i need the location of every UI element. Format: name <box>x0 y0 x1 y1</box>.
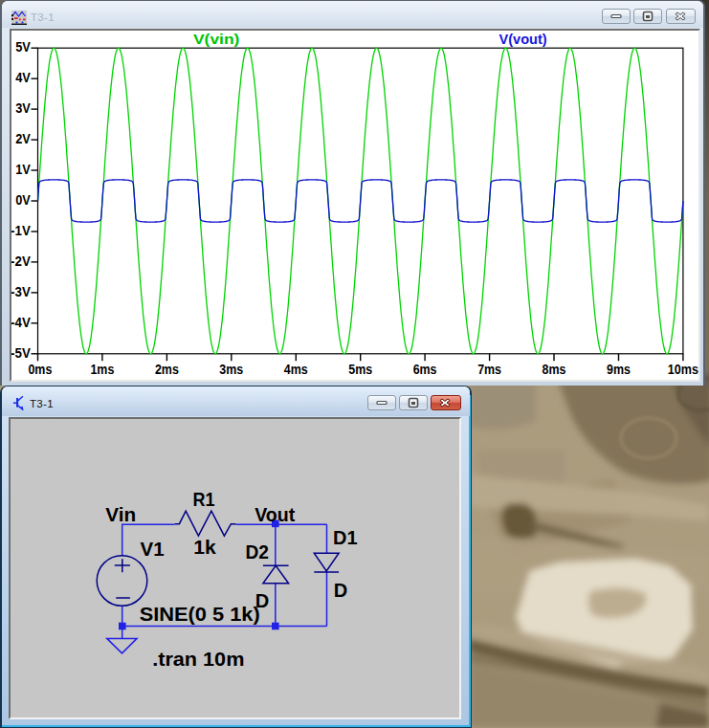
svg-text:.tran 10m: .tran 10m <box>152 649 244 670</box>
svg-text:5ms: 5ms <box>348 361 372 377</box>
svg-text:D: D <box>334 580 348 601</box>
svg-text:6ms: 6ms <box>413 361 437 377</box>
svg-text:-2V: -2V <box>11 253 31 269</box>
svg-text:2ms: 2ms <box>155 361 179 377</box>
svg-text:SINE(0 5 1k): SINE(0 5 1k) <box>140 604 260 625</box>
svg-text:R1: R1 <box>193 489 215 510</box>
svg-text:10ms: 10ms <box>668 361 698 377</box>
svg-text:D2: D2 <box>246 541 270 563</box>
svg-text:0ms: 0ms <box>28 361 52 377</box>
svg-text:-5V: -5V <box>11 344 31 361</box>
svg-text:1V: 1V <box>15 161 31 177</box>
svg-text:0V: 0V <box>15 191 31 208</box>
svg-text:D1: D1 <box>333 527 358 548</box>
svg-text:5V: 5V <box>15 38 31 55</box>
svg-text:1k: 1k <box>193 537 216 558</box>
svg-text:V1: V1 <box>141 539 165 560</box>
svg-text:V(vin): V(vin) <box>193 31 240 47</box>
svg-text:3V: 3V <box>15 99 31 116</box>
svg-text:2V: 2V <box>15 130 31 146</box>
svg-text:7ms: 7ms <box>477 361 501 377</box>
svg-text:8ms: 8ms <box>543 361 566 377</box>
svg-text:Vin: Vin <box>105 504 136 525</box>
svg-text:1ms: 1ms <box>90 361 114 377</box>
svg-text:Vout: Vout <box>255 504 295 525</box>
svg-text:-3V: -3V <box>11 283 31 299</box>
svg-text:4V: 4V <box>15 69 31 85</box>
svg-text:-4V: -4V <box>11 314 31 330</box>
svg-text:3ms: 3ms <box>219 361 243 377</box>
svg-text:9ms: 9ms <box>607 361 631 377</box>
svg-text:-1V: -1V <box>11 222 31 238</box>
svg-text:V(vout): V(vout) <box>499 31 547 47</box>
svg-text:4ms: 4ms <box>284 361 308 377</box>
